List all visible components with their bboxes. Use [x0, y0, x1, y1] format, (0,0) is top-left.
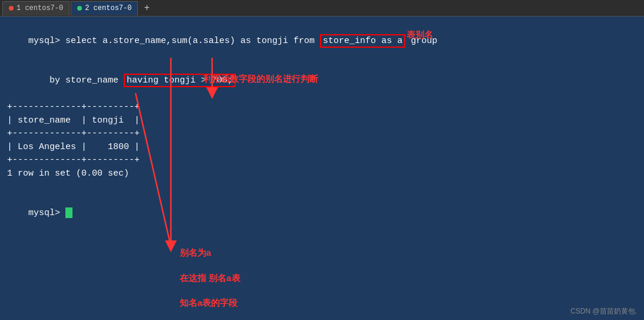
new-tab-button[interactable]: +	[139, 3, 154, 14]
table-alias-label: 表别名	[407, 28, 433, 42]
alias-line1: 别名为a	[180, 246, 240, 260]
table-header: | store_name | tongji |	[7, 114, 637, 128]
cmd-select: select a.store_name,sum(a.sales) as tong…	[65, 36, 320, 46]
alias-line3: 知名a表的字段	[180, 296, 240, 310]
table-row-1: | Los Angeles | 1800 |	[7, 141, 637, 154]
cmd-indent: by store_name	[28, 75, 124, 85]
table-separator-1: +-------------+---------+	[7, 101, 637, 114]
store-info-as-a-highlight: store_info as a	[320, 34, 405, 48]
function-alias-label: 利用函数字段的别名进行判断	[203, 72, 318, 86]
tab-bar: 1 centos7-0 2 centos7-0 +	[0, 0, 644, 17]
tab-1[interactable]: 1 centos7-0	[2, 1, 70, 15]
table-separator-2: +-------------+---------+	[7, 127, 637, 141]
table-separator-3: +-------------+---------+	[7, 154, 637, 167]
tab1-label: 1 centos7-0	[16, 4, 63, 12]
terminal-line-1: mysql> select a.store_name,sum(a.sales) …	[7, 21, 637, 61]
alias-line2: 在这指 别名a表	[180, 272, 240, 285]
row-count: 1 row in set (0.00 sec)	[7, 167, 637, 181]
tab2-label: 2 centos7-0	[85, 4, 131, 12]
terminal-area: mysql> select a.store_name,sum(a.sales) …	[0, 17, 644, 320]
tab2-dot	[77, 6, 82, 11]
tab-2[interactable]: 2 centos7-0	[71, 1, 138, 15]
empty-line	[7, 180, 637, 194]
prompt-2: mysql>	[28, 208, 65, 218]
prompt-1: mysql>	[28, 36, 65, 46]
watermark: CSDN @苗苗奶黄包.	[570, 306, 637, 316]
alias-explanation: 别名为a 在这指 别名a表 知名a表的字段	[180, 246, 240, 286]
tab1-dot	[9, 6, 14, 11]
new-prompt: mysql>	[7, 194, 637, 234]
terminal-cursor	[65, 207, 72, 218]
terminal-line-2: by store_name having tongji > 700;	[7, 61, 637, 101]
